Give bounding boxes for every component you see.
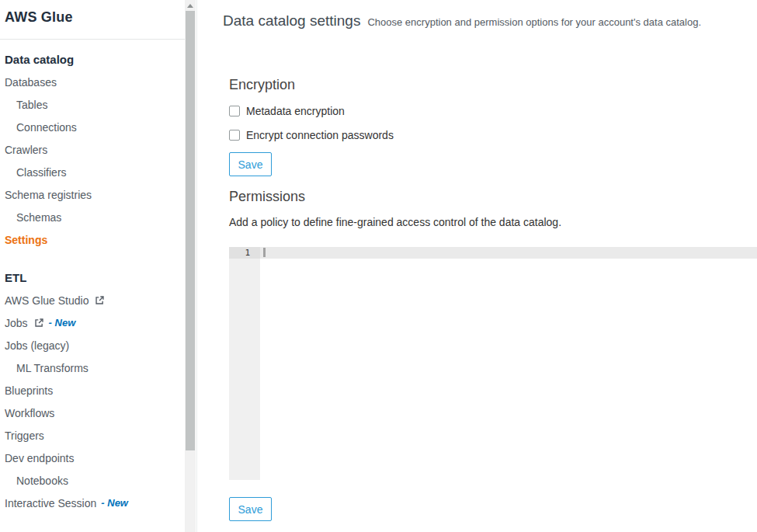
encryption-save-button[interactable]: Save [229, 152, 272, 176]
page-header: Data catalog settings Choose encryption … [223, 12, 701, 30]
permissions-heading: Permissions [229, 189, 305, 205]
metadata-encryption-option[interactable]: Metadata encryption [229, 105, 345, 117]
sidebar-item-classifiers[interactable]: Classifiers [0, 161, 196, 183]
sidebar-item-notebooks[interactable]: Notebooks [0, 469, 196, 492]
sidebar-item-tables[interactable]: Tables [0, 93, 196, 116]
encrypt-connection-passwords-checkbox[interactable] [229, 130, 240, 141]
new-badge: - New [49, 317, 76, 329]
nav-section-data-catalog: Data catalog Databases Tables Connection… [0, 40, 196, 251]
new-badge: - New [101, 497, 128, 509]
sidebar-item-interactive-session[interactable]: Interactive Session - New [0, 492, 196, 514]
sidebar-scrollbar[interactable] [185, 0, 196, 532]
editor-cursor [263, 248, 266, 257]
editor-active-line[interactable] [260, 247, 757, 259]
checkbox-label: Metadata encryption [246, 105, 345, 117]
app-title: AWS Glue [0, 0, 196, 26]
scrollbar-thumb[interactable] [186, 11, 195, 450]
page-subtitle: Choose encryption and permission options… [367, 16, 701, 28]
sidebar-item-databases[interactable]: Databases [0, 71, 196, 93]
sidebar-item-settings[interactable]: Settings [0, 228, 196, 251]
permissions-description: Add a policy to define fine-grained acce… [229, 216, 561, 228]
sidebar-item-workflows[interactable]: Workflows [0, 402, 196, 424]
encryption-heading: Encryption [229, 77, 295, 93]
checkbox-label: Encrypt connection passwords [246, 129, 394, 141]
sidebar-item-schema-registries[interactable]: Schema registries [0, 183, 196, 206]
policy-editor[interactable]: 1 [229, 247, 757, 480]
editor-gutter: 1 [229, 247, 260, 480]
nav-heading-etl: ETL [0, 266, 196, 289]
editor-line-number: 1 [229, 247, 260, 259]
sidebar-item-blueprints[interactable]: Blueprints [0, 379, 196, 402]
page-title: Data catalog settings [223, 12, 360, 30]
external-link-icon [95, 295, 105, 305]
sidebar-item-crawlers[interactable]: Crawlers [0, 138, 196, 161]
sidebar: AWS Glue Data catalog Databases Tables C… [0, 0, 197, 532]
sidebar-item-triggers[interactable]: Triggers [0, 424, 196, 447]
editor-content[interactable] [260, 247, 757, 480]
metadata-encryption-checkbox[interactable] [229, 106, 240, 116]
external-link-icon [34, 318, 44, 328]
sidebar-item-ml-transforms[interactable]: ML Transforms [0, 356, 196, 379]
nav-heading-data-catalog: Data catalog [0, 48, 196, 71]
main-content: Data catalog settings Choose encryption … [198, 0, 757, 532]
permissions-save-button[interactable]: Save [229, 497, 272, 521]
sidebar-item-jobs-legacy[interactable]: Jobs (legacy) [0, 334, 196, 356]
encrypt-connection-passwords-option[interactable]: Encrypt connection passwords [229, 129, 394, 141]
sidebar-item-aws-glue-studio[interactable]: AWS Glue Studio [0, 289, 196, 311]
scroll-up-arrow-icon[interactable] [185, 0, 196, 11]
sidebar-item-connections[interactable]: Connections [0, 116, 196, 138]
sidebar-item-dev-endpoints[interactable]: Dev endpoints [0, 447, 196, 469]
sidebar-item-schemas[interactable]: Schemas [0, 206, 196, 228]
nav-section-etl: ETL AWS Glue Studio Jobs - New Jobs (leg… [0, 251, 196, 514]
sidebar-item-jobs[interactable]: Jobs - New [0, 311, 196, 334]
